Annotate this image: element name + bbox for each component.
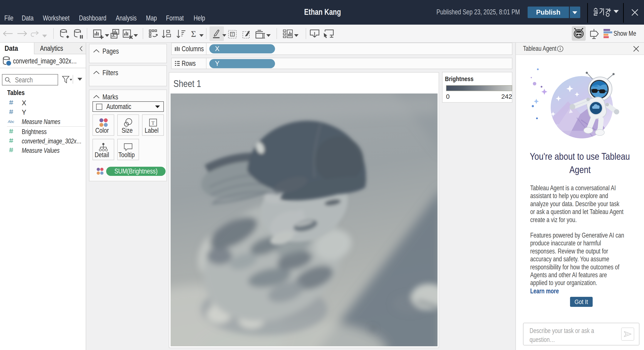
- svg-text:Σ: Σ: [191, 30, 196, 39]
- svg-text:T: T: [152, 120, 155, 126]
- svg-text:Abc: Abc: [8, 120, 14, 124]
- svg-text:T: T: [231, 33, 234, 36]
